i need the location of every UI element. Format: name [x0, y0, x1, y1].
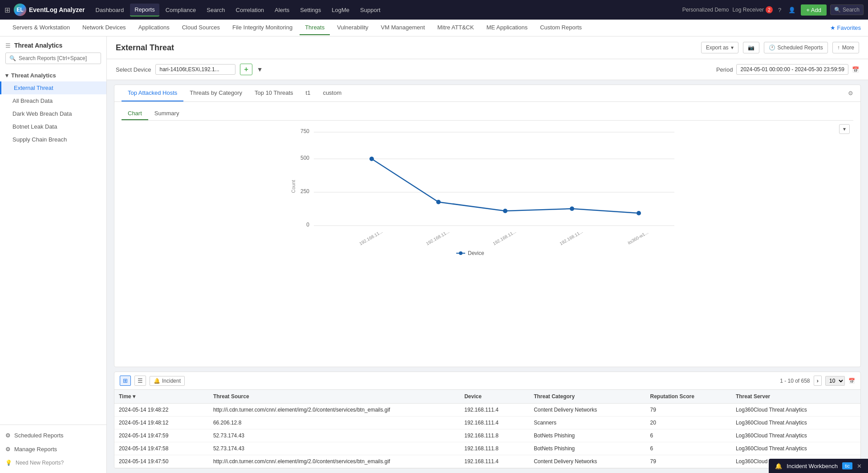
- chart-tab-by-category[interactable]: Threats by Category: [183, 85, 248, 101]
- filter-icon[interactable]: ▼: [257, 66, 263, 73]
- help-icon[interactable]: ?: [776, 5, 783, 15]
- threat-table: Time ▾ Threat Source Device Threat Categ…: [114, 390, 860, 468]
- sidebar-collapse-icon[interactable]: ☰: [5, 42, 11, 49]
- favorites-link[interactable]: ★ Favorites: [830, 24, 861, 31]
- chart-tab-custom[interactable]: custom: [316, 85, 348, 101]
- list-view-button[interactable]: ☰: [134, 376, 146, 386]
- sidebar-item-all-breach[interactable]: All Breach Data: [0, 94, 106, 107]
- subnav-me-apps[interactable]: ME Applications: [481, 20, 533, 35]
- content-area: External Threat Export as ▾ 📷 🕐 Schedule…: [107, 36, 868, 473]
- star-icon: ★: [830, 24, 836, 31]
- incident-button[interactable]: 🔔 Incident: [150, 376, 185, 386]
- chart-view-tab-summary[interactable]: Summary: [148, 107, 186, 120]
- sidebar-item-external-threat[interactable]: External Threat: [0, 81, 106, 94]
- add-button[interactable]: + Add: [801, 4, 827, 16]
- device-bar: Select Device hari-14106t,ESXi,192.1... …: [107, 59, 868, 80]
- scheduled-reports-link[interactable]: ⚙ Scheduled Reports: [0, 429, 106, 442]
- nav-alerts[interactable]: Alerts: [270, 4, 294, 16]
- col-time: Time ▾: [114, 390, 209, 404]
- need-reports-label: Need New Reports?: [16, 460, 64, 466]
- need-reports-link[interactable]: 💡 Need New Reports?: [0, 456, 106, 469]
- nav-compliance[interactable]: Compliance: [161, 4, 201, 16]
- chart-view-tab-chart[interactable]: Chart: [122, 107, 148, 120]
- cell-device: 192.168.111.4: [460, 455, 529, 468]
- search-box[interactable]: 🔍 Search: [830, 4, 864, 15]
- header-actions: Export as ▾ 📷 🕐 Scheduled Reports ↑ More: [701, 42, 859, 53]
- subnav-vm[interactable]: VM Management: [376, 20, 430, 35]
- subnav-mitre[interactable]: Mitre ATT&CK: [432, 20, 479, 35]
- collapse-chart-button[interactable]: ▾: [839, 124, 850, 134]
- calendar-table-icon[interactable]: 📅: [848, 378, 855, 384]
- subnav-network[interactable]: Network Devices: [77, 20, 131, 35]
- sidebar-item-supply-chain[interactable]: Supply Chain Breach: [0, 133, 106, 146]
- cell-threat-source: 52.73.174.43: [209, 442, 460, 455]
- camera-icon: 📷: [748, 44, 754, 51]
- export-button[interactable]: Export as ▾: [701, 42, 738, 53]
- nav-search[interactable]: Search: [202, 4, 229, 16]
- grid-view-button[interactable]: ⊞: [120, 376, 131, 386]
- device-select[interactable]: hari-14106t,ESXi,192.1...: [155, 64, 235, 75]
- cell-reputation-score: 79: [645, 455, 731, 468]
- nav-support[interactable]: Support: [356, 4, 385, 16]
- chart-tabs: Top Attacked Hosts Threats by Category T…: [114, 85, 860, 102]
- upload-icon: ↑: [837, 44, 840, 51]
- svg-text:192.168.11...: 192.168.11...: [559, 229, 584, 247]
- calendar-icon[interactable]: 📅: [852, 66, 859, 73]
- more-button[interactable]: ↑ More: [832, 42, 859, 53]
- cell-threat-category: Content Delivery Networks: [529, 404, 645, 416]
- top-navigation: ⊞ EL EventLog Analyzer Dashboard Reports…: [0, 0, 868, 20]
- subnav-applications[interactable]: Applications: [133, 20, 175, 35]
- next-page-button[interactable]: ›: [814, 376, 822, 386]
- nav-settings[interactable]: Settings: [296, 4, 325, 16]
- subnav-threats[interactable]: Threats: [300, 20, 330, 35]
- nav-dashboard[interactable]: Dashboard: [91, 4, 129, 16]
- snapshot-button[interactable]: 📷: [743, 42, 759, 53]
- svg-text:192.168.11...: 192.168.11...: [492, 229, 517, 247]
- cell-threat-source: 52.73.174.43: [209, 429, 460, 442]
- incident-workbench-icon: 🔔: [775, 463, 782, 469]
- svg-text:0: 0: [306, 222, 309, 228]
- rows-per-page-select[interactable]: 10 25 50: [825, 376, 845, 386]
- incident-workbench[interactable]: 🔔 Incident Workbench tic ✕: [769, 459, 868, 473]
- chart-settings-icon[interactable]: ⚙: [848, 90, 853, 97]
- chart-tab-t1[interactable]: t1: [300, 85, 317, 101]
- grid-icon[interactable]: ⊞: [4, 6, 10, 14]
- page-title: External Threat: [116, 43, 174, 53]
- nav-reports[interactable]: Reports: [130, 4, 159, 16]
- lightbulb-icon: 💡: [5, 460, 12, 466]
- subnav-vulnerability[interactable]: Vulnerability: [332, 20, 373, 35]
- chart-tab-top-attacked[interactable]: Top Attacked Hosts: [122, 85, 183, 101]
- table-body: 2024-05-14 19:48:22 http://i.cdn.turner.…: [114, 404, 860, 468]
- search-icon: 🔍: [834, 7, 841, 13]
- nav-correlation[interactable]: Correlation: [231, 4, 269, 16]
- sidebar-section: ▾ Threat Analytics External Threat All B…: [0, 68, 106, 148]
- cell-threat-server: Log360Cloud Threat Analytics: [731, 416, 860, 429]
- incident-workbench-tab[interactable]: tic: [842, 462, 852, 469]
- subnav-servers[interactable]: Servers & Workstation: [7, 20, 75, 35]
- period-value[interactable]: 2024-05-01 00:00:00 - 2024-05-30 23:59:5…: [736, 64, 848, 75]
- subnav-cloud[interactable]: Cloud Sources: [177, 20, 225, 35]
- incident-workbench-label: Incident Workbench: [787, 463, 838, 469]
- sidebar-search[interactable]: 🔍 Search Reports [Ctrl+Space]: [5, 53, 101, 64]
- cell-threat-category: Content Delivery Networks: [529, 455, 645, 468]
- sidebar-search-placeholder: Search Reports [Ctrl+Space]: [19, 55, 87, 61]
- log-receiver-label: Log Receiver 2: [732, 6, 773, 13]
- sub-navigation: Servers & Workstation Network Devices Ap…: [0, 20, 868, 36]
- nav-logme[interactable]: LogMe: [327, 4, 354, 16]
- pagination-info: 1 - 10 of 658: [780, 378, 810, 384]
- chart-tab-top10[interactable]: Top 10 Threats: [248, 85, 299, 101]
- sidebar-section-header[interactable]: ▾ Threat Analytics: [0, 69, 106, 81]
- add-device-button[interactable]: +: [240, 64, 252, 75]
- user-icon[interactable]: 👤: [787, 5, 797, 15]
- period-section: Period 2024-05-01 00:00:00 - 2024-05-30 …: [716, 64, 859, 75]
- subnav-fim[interactable]: File Integrity Monitoring: [227, 20, 298, 35]
- manage-reports-link[interactable]: ⚙ Manage Reports: [0, 442, 106, 456]
- close-icon[interactable]: ✕: [857, 463, 862, 469]
- subnav-custom[interactable]: Custom Reports: [535, 20, 587, 35]
- cell-time: 2024-05-14 19:47:50: [114, 455, 209, 468]
- scheduled-reports-button[interactable]: 🕐 Scheduled Reports: [764, 42, 828, 53]
- sidebar-item-botnet[interactable]: Botnet Leak Data: [0, 120, 106, 133]
- app-name: EventLog Analyzer: [29, 6, 85, 13]
- sidebar-footer: ⚙ Scheduled Reports ⚙ Manage Reports 💡 N…: [0, 424, 106, 473]
- sidebar-item-dark-web[interactable]: Dark Web Breach Data: [0, 107, 106, 120]
